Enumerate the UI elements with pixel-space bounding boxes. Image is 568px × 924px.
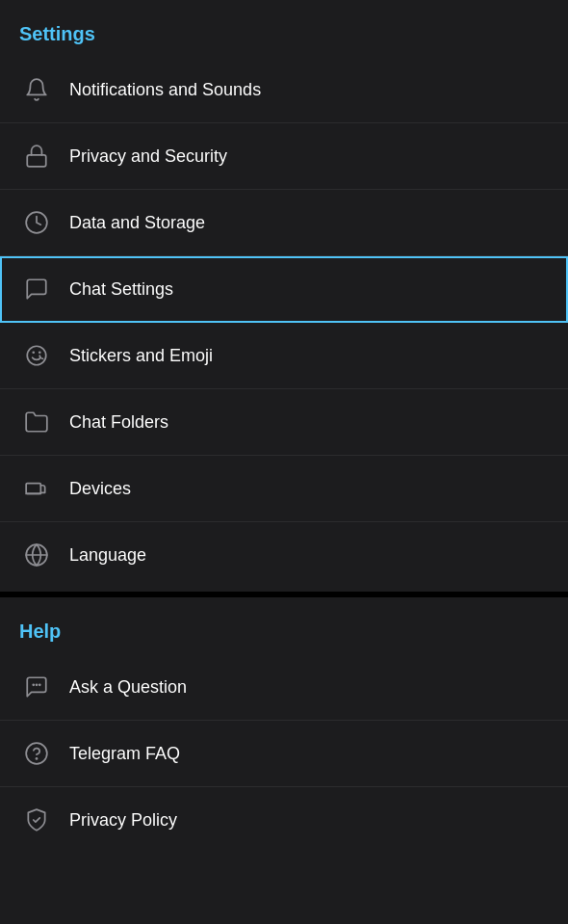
- svg-point-2: [27, 346, 46, 365]
- settings-header: Settings: [0, 0, 568, 57]
- svg-rect-0: [27, 155, 46, 167]
- menu-item-faq[interactable]: Telegram FAQ: [0, 721, 568, 787]
- svg-point-12: [26, 743, 47, 764]
- help-section: Help Ask a Question Telegram FAQ Privacy…: [0, 597, 568, 853]
- notifications-label: Notifications and Sounds: [69, 80, 261, 100]
- globe-icon: [19, 538, 54, 572]
- menu-item-chat-settings[interactable]: Chat Settings: [0, 256, 568, 323]
- sticker-icon: [19, 338, 54, 373]
- menu-item-data[interactable]: Data and Storage: [0, 190, 568, 256]
- faq-label: Telegram FAQ: [69, 744, 180, 764]
- privacy-label: Privacy and Security: [69, 146, 227, 167]
- stickers-label: Stickers and Emoji: [69, 346, 213, 366]
- devices-icon: [19, 471, 54, 506]
- chat-icon: [19, 272, 54, 306]
- menu-item-notifications[interactable]: Notifications and Sounds: [0, 57, 568, 123]
- shield-check-icon: [19, 803, 54, 837]
- question-circle-icon: [19, 736, 54, 771]
- menu-item-devices[interactable]: Devices: [0, 456, 568, 522]
- chat-dots-icon: [19, 670, 54, 704]
- menu-item-stickers[interactable]: Stickers and Emoji: [0, 323, 568, 389]
- settings-section: Settings Notifications and Sounds Privac…: [0, 0, 568, 588]
- help-menu: Ask a Question Telegram FAQ Privacy Poli…: [0, 654, 568, 853]
- menu-item-language[interactable]: Language: [0, 522, 568, 588]
- menu-item-policy[interactable]: Privacy Policy: [0, 787, 568, 853]
- data-label: Data and Storage: [69, 213, 205, 233]
- menu-item-folders[interactable]: Chat Folders: [0, 389, 568, 456]
- help-header: Help: [0, 597, 568, 654]
- settings-menu: Notifications and Sounds Privacy and Sec…: [0, 57, 568, 588]
- ask-label: Ask a Question: [69, 677, 187, 698]
- policy-label: Privacy Policy: [69, 810, 177, 831]
- menu-item-privacy[interactable]: Privacy and Security: [0, 123, 568, 190]
- bell-icon: [19, 72, 54, 107]
- lock-icon: [19, 139, 54, 173]
- language-label: Language: [69, 545, 146, 566]
- folders-label: Chat Folders: [69, 412, 168, 433]
- folder-icon: [19, 405, 54, 439]
- devices-label: Devices: [69, 479, 131, 499]
- menu-item-ask[interactable]: Ask a Question: [0, 654, 568, 721]
- chat-settings-label: Chat Settings: [69, 279, 173, 300]
- clock-icon: [19, 205, 54, 240]
- svg-rect-5: [26, 484, 40, 494]
